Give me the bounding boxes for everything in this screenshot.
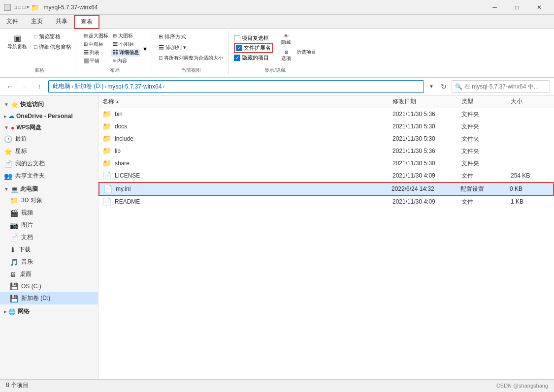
sidebar-item-3d[interactable]: 📁 3D 对象 <box>0 194 98 207</box>
layout-scroll[interactable]: ▾ <box>142 45 148 53</box>
address-path[interactable]: 此电脑 › 新加卷 (D:) › mysql-5.7.37-winx64 › <box>48 80 424 93</box>
sidebar-item-docs[interactable]: 📄 文档 <box>0 231 98 243</box>
btn-large[interactable]: ⊞ 大图标 <box>111 32 140 40</box>
file-label-license: LICENSE <box>115 172 140 179</box>
btn-nav-pane[interactable]: ▣ 导航窗格 <box>5 32 30 52</box>
file-icon-myini: 📄 <box>103 184 113 193</box>
sidebar-section-wps[interactable]: ▼ ● WPS网盘 <box>0 121 98 133</box>
sidebar-item-d-drive[interactable]: 💾 新加卷 (D:) <box>0 292 98 304</box>
back-button[interactable]: ← <box>4 81 16 92</box>
file-name-readme: 📄 README <box>102 197 392 206</box>
address-dropdown-btn[interactable]: ▼ <box>427 84 436 89</box>
address-refresh-btn[interactable]: ↻ <box>439 83 449 90</box>
col-name-header[interactable]: 名称 ▲ <box>102 97 392 106</box>
sidebar-item-shared[interactable]: 👥 共享文件夹 <box>0 170 98 182</box>
sidebar-item-starred[interactable]: ⭐ 星标 <box>0 145 98 157</box>
file-row-share[interactable]: 📁 share 2021/11/30 5:30 文件夹 <box>98 157 554 170</box>
btn-extra-large[interactable]: ⊞ 超大图标 <box>82 32 111 40</box>
sidebar-label-wps: WPS网盘 <box>16 123 41 132</box>
sidebar-item-downloads[interactable]: ⬇ 下载 <box>0 243 98 256</box>
recent-icon: 🕐 <box>4 135 12 143</box>
up-button[interactable]: ↑ <box>33 81 45 92</box>
btn-fit-columns[interactable]: ⊡ 将所有列调整为合适的大小 <box>156 54 226 62</box>
sidebar-item-recent[interactable]: 🕐 最近 <box>0 133 98 145</box>
sidebar-item-my-docs[interactable]: 📄 我的云文档 <box>0 157 98 170</box>
sidebar-item-c-drive[interactable]: 💾 OS (C:) <box>0 280 98 292</box>
file-label-bin: bin <box>115 111 123 118</box>
sidebar-item-music[interactable]: 🎵 音乐 <box>0 256 98 268</box>
sidebar-section-onedrive[interactable]: ▸ ☁ OneDrive - Personal <box>0 110 98 121</box>
sidebar-label-downloads: 下载 <box>19 245 31 254</box>
my-docs-icon: 📄 <box>4 160 12 168</box>
search-input[interactable] <box>464 83 547 90</box>
c-drive-icon: 💾 <box>10 282 18 290</box>
path-computer[interactable]: 此电脑 <box>53 82 70 90</box>
tab-file[interactable]: 文件 <box>0 15 25 29</box>
tab-share[interactable]: 共享 <box>49 15 74 29</box>
col-type-header[interactable]: 类型 <box>461 97 511 106</box>
btn-tiles[interactable]: ▦ 平铺 <box>82 57 111 65</box>
path-folder[interactable]: mysql-5.7.37-winx64 <box>107 83 162 90</box>
sidebar-section-network[interactable]: ▸ 🌐 网络 <box>0 304 98 317</box>
file-row-docs[interactable]: 📁 docs 2021/11/30 5:30 文件夹 <box>98 121 554 133</box>
btn-options[interactable]: ⚙ 选项 <box>279 48 293 63</box>
group-layout: ⊞ 超大图标 ⊞ 大图标 ⊞ 中图标 ☰ 小图标 ☰ 列表 ☷ 详细信息 ▦ 平… <box>79 31 152 75</box>
file-modified-lib: 2021/11/30 5:36 <box>392 148 461 154</box>
group-current-view-content: ⊞ 排序方式 ☰ 添加列 ▾ ⊡ 将所有列调整为合适的大小 <box>156 32 226 62</box>
tab-view[interactable]: 查看 <box>74 15 99 29</box>
address-bar: ← → ↑ 此电脑 › 新加卷 (D:) › mysql-5.7.37-winx… <box>0 78 554 95</box>
group-pane-content: ▣ 导航窗格 □ 预览窗格 □ 详细信息窗格 <box>5 32 74 52</box>
cb-hidden-items-label: 隐藏的项目 <box>242 54 269 61</box>
sidebar-section-quick-access[interactable]: ▼ ⭐ 快速访问 <box>0 97 98 110</box>
col-size-header[interactable]: 大小 <box>511 97 550 106</box>
cb-hidden-items[interactable]: ✓ 隐藏的项目 <box>234 54 273 61</box>
close-button[interactable]: ✕ <box>528 0 550 15</box>
file-label-readme: README <box>115 198 140 205</box>
cb-file-ext-box: ✓ <box>236 45 242 51</box>
group-show-hide: 项目复选框 ✓ 文件扩展名 ✓ 隐藏的项目 👁 隐藏 <box>231 31 319 75</box>
path-drive[interactable]: 新加卷 (D:) <box>74 82 103 90</box>
title-folder-icon: 📁 <box>31 3 39 11</box>
sidebar-item-pictures[interactable]: 📷 图片 <box>0 219 98 231</box>
file-size-readme: 1 KB <box>511 198 550 205</box>
group-current-view: ⊞ 排序方式 ☰ 添加列 ▾ ⊡ 将所有列调整为合适的大小 当前视图 <box>153 31 229 75</box>
file-row-readme[interactable]: 📄 README 2021/11/30 4:09 文件 1 KB <box>98 196 554 208</box>
sidebar-item-desktop[interactable]: 🖥 桌面 <box>0 268 98 280</box>
file-row-license[interactable]: 📄 LICENSE 2021/11/30 4:09 文件 254 KB <box>98 170 554 182</box>
maximize-button[interactable]: □ <box>506 0 528 15</box>
main-layout: ▼ ⭐ 快速访问 ▸ ☁ OneDrive - Personal ▼ ● WPS… <box>0 95 554 379</box>
cb-item-checkbox[interactable]: 项目复选框 <box>234 34 273 42</box>
sidebar-item-video[interactable]: 🎬 视频 <box>0 207 98 219</box>
path-sep-3: › <box>163 83 164 90</box>
file-row-lib[interactable]: 📁 lib 2021/11/30 5:36 文件夹 <box>98 145 554 157</box>
btn-hide[interactable]: 👁 隐藏 <box>279 32 293 47</box>
btn-sort-by[interactable]: ⊞ 排序方式 <box>156 32 226 41</box>
window-icon <box>4 4 11 11</box>
col-type-label: 类型 <box>461 97 473 106</box>
sidebar-section-thispc[interactable]: ▼ 💻 此电脑 <box>0 182 98 194</box>
forward-button[interactable]: → <box>19 81 31 92</box>
cb-file-ext[interactable]: ✓ 文件扩展名 <box>234 43 273 53</box>
file-row-include[interactable]: 📁 include 2021/11/30 5:30 文件夹 <box>98 133 554 145</box>
btn-list[interactable]: ☰ 列表 <box>82 49 111 57</box>
search-box[interactable]: 🔍 <box>452 80 550 93</box>
btn-detail-pane[interactable]: □ 详细信息窗格 <box>32 42 74 52</box>
file-label-docs: docs <box>115 123 127 130</box>
btn-content[interactable]: ≡ 内容 <box>111 57 140 65</box>
options-icon: ⚙ <box>284 50 289 55</box>
btn-medium[interactable]: ⊞ 中图标 <box>82 40 111 48</box>
file-row-myini[interactable]: 📄 my.ini 2022/6/24 14:32 配置设置 0 KB <box>98 182 554 196</box>
col-name-label: 名称 <box>102 97 114 106</box>
file-name-myini: 📄 my.ini <box>103 184 391 193</box>
show-hide-btns: 👁 隐藏 ⚙ 选项 <box>279 32 293 63</box>
btn-small[interactable]: ☰ 小图标 <box>111 40 140 48</box>
path-sep-1: › <box>71 83 73 90</box>
file-row-bin[interactable]: 📁 bin 2021/11/30 5:36 文件夹 <box>98 108 554 121</box>
btn-preview[interactable]: □ 预览窗格 <box>32 32 74 41</box>
minimize-button[interactable]: ─ <box>484 0 506 15</box>
btn-details[interactable]: ☷ 详细信息 <box>111 49 140 57</box>
col-modified-header[interactable]: 修改日期 <box>392 97 461 106</box>
btn-add-column[interactable]: ☰ 添加列 ▾ <box>156 43 226 52</box>
file-name-share: 📁 share <box>102 159 392 168</box>
tab-home[interactable]: 主页 <box>25 15 49 29</box>
